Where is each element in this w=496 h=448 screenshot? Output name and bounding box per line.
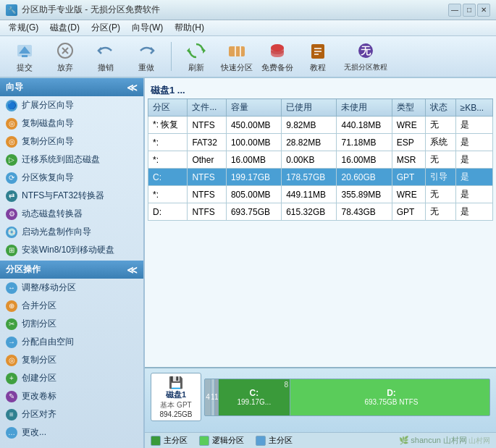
table-cell: 199.17GB xyxy=(226,169,281,186)
close-button[interactable]: ✕ xyxy=(477,4,490,17)
segment-sublabel: 1 xyxy=(215,393,218,401)
redo-button[interactable]: 重做 xyxy=(127,39,165,74)
svg-rect-8 xyxy=(229,46,245,56)
disk-segment[interactable]: 4 xyxy=(205,379,211,415)
lossless-tutorial-button[interactable]: 无 无损分区教程 xyxy=(340,39,392,74)
disk-segment[interactable]: 1 xyxy=(211,379,214,415)
resize-partition-icon: ↔ xyxy=(6,282,17,294)
guide-collapse-btn[interactable]: ≪ xyxy=(127,82,138,93)
boot-disk-label: 启动光盘制作向导 xyxy=(22,226,91,238)
disk-visual-area: 💾 磁盘1 基本 GPT 894.25GB 4118C:199.17G...D:… xyxy=(145,367,496,432)
merge-partition-icon: ⊕ xyxy=(6,300,17,312)
disk-name: 磁盘1 xyxy=(166,389,186,400)
table-cell: 355.89MB xyxy=(337,186,392,203)
sidebar-item-more[interactable]: … 更改... xyxy=(0,423,143,441)
merge-partition-label: 合并分区 xyxy=(22,300,56,312)
table-row[interactable]: C:NTFS199.17GB178.57GB20.60GBGPT引导是 xyxy=(148,169,493,186)
table-row[interactable]: *: 恢复NTFS450.00MB9.82MB440.18MBWRE无是 xyxy=(148,117,493,134)
operations-collapse-btn[interactable]: ≪ xyxy=(127,264,138,276)
sidebar-item-partition-recovery[interactable]: ⟳ 分区恢复向导 xyxy=(0,169,143,187)
sidebar-item-change-label[interactable]: ✎ 更改卷标 xyxy=(0,387,143,405)
table-cell: 20.60GB xyxy=(337,169,392,186)
table-cell: 805.00MB xyxy=(226,186,281,203)
change-label-icon: ✎ xyxy=(6,391,17,402)
sidebar-item-copy-partition-op[interactable]: ◎ 复制分区 xyxy=(0,351,143,369)
disk-type: 基本 GPT xyxy=(160,400,191,410)
sidebar-item-copy-disk[interactable]: ◎ 复制磁盘向导 xyxy=(0,114,143,132)
refresh-button[interactable]: 刷新 xyxy=(177,39,215,74)
table-cell: MSR xyxy=(392,151,425,169)
sidebar-item-partition-align[interactable]: ≡ 分区对齐 xyxy=(0,405,143,423)
table-cell: 16.00MB xyxy=(337,151,392,169)
sidebar-item-allocate-space[interactable]: → 分配自由空间 xyxy=(0,333,143,351)
table-cell: NTFS xyxy=(188,169,226,186)
main-content: 向导 ≪ 🔵 扩展分区向导 ◎ 复制磁盘向导 ◎ 复制分区向导 ▷ 迁移系统到固… xyxy=(0,78,496,448)
change-label-label: 更改卷标 xyxy=(22,390,56,402)
tutorial-button[interactable]: 教程 xyxy=(299,39,337,74)
sidebar-item-migrate-ssd[interactable]: ▷ 迁移系统到固态磁盘 xyxy=(0,151,143,169)
table-row[interactable]: *:Other16.00MB0.00KB16.00MBMSR无是 xyxy=(148,151,493,169)
sidebar-item-create-partition[interactable]: + 创建分区 xyxy=(0,369,143,387)
table-cell: 是 xyxy=(455,134,492,151)
undo-button[interactable]: 撤销 xyxy=(87,39,125,74)
table-cell: *: xyxy=(148,134,188,151)
disk-segment[interactable]: 8C:199.17G... xyxy=(219,379,290,415)
quick-partition-button[interactable]: 快速分区 xyxy=(218,39,256,74)
free-backup-button[interactable]: 免费备份 xyxy=(258,39,296,74)
table-cell: 是 xyxy=(455,117,492,134)
sidebar-item-extend-partition[interactable]: 🔵 扩展分区向导 xyxy=(0,96,143,114)
sidebar-item-split-partition[interactable]: ✂ 切割分区 xyxy=(0,315,143,333)
col-used: 已使用 xyxy=(282,99,337,117)
disk-segment[interactable]: D:693.75GB NTFS xyxy=(290,379,490,415)
sidebar-item-boot-disk[interactable]: 💿 启动光盘制作向导 xyxy=(0,223,143,241)
quick-partition-icon xyxy=(227,41,247,61)
app-title: 分区助手专业版 - 无损分区免费软件 xyxy=(22,4,160,16)
discard-button[interactable]: 放弃 xyxy=(46,39,84,74)
sidebar-item-ntfs-fat32[interactable]: ⇄ NTFS与FAT32转换器 xyxy=(0,187,143,205)
legend-primary2: 主分区 xyxy=(256,435,293,446)
table-cell: WRE xyxy=(392,117,425,134)
menu-partition[interactable]: 分区(P) xyxy=(85,20,126,35)
migrate-ssd-label: 迁移系统到固态磁盘 xyxy=(22,153,100,166)
table-header-row: 分区 文件... 容量 已使用 未使用 类型 状态 ≥KB... xyxy=(148,99,493,117)
table-row[interactable]: *:FAT32100.00MB28.82MB71.18MBESP系统是 xyxy=(148,134,493,151)
watermark-sub: 山村网 xyxy=(468,436,490,446)
disk-segment[interactable]: 1 xyxy=(215,379,218,415)
menu-disk[interactable]: 磁盘(D) xyxy=(44,20,85,35)
copy-partition-label: 复制分区向导 xyxy=(22,135,74,148)
submit-button[interactable]: 提交 xyxy=(6,39,43,74)
menubar: 常规(G) 磁盘(D) 分区(P) 向导(W) 帮助(H) xyxy=(0,20,496,36)
table-cell: *: 恢复 xyxy=(148,117,188,134)
col-filesystem: 文件... xyxy=(188,99,226,117)
more-icon: … xyxy=(6,427,17,439)
guide-header: 向导 ≪ xyxy=(0,78,143,96)
segment-label: D: xyxy=(387,388,396,398)
copy-partition-op-label: 复制分区 xyxy=(22,354,56,366)
sidebar-item-merge-partition[interactable]: ⊕ 合并分区 xyxy=(0,297,143,315)
table-cell: 是 xyxy=(455,186,492,203)
sidebar-item-install-win[interactable]: ⊞ 安装Win8/10到移动硬盘 xyxy=(0,241,143,259)
menu-wizard[interactable]: 向导(W) xyxy=(126,20,169,35)
ntfs-fat32-label: NTFS与FAT32转换器 xyxy=(22,190,104,202)
lossless-tutorial-icon: 无 xyxy=(356,41,376,61)
table-cell: 是 xyxy=(455,169,492,186)
operations-header: 分区操作 ≪ xyxy=(0,261,143,279)
disk-partition-visual: 4118C:199.17G...D:693.75GB NTFS xyxy=(204,379,490,416)
table-cell: NTFS xyxy=(188,203,226,221)
legend-primary: 主分区 xyxy=(151,435,188,446)
table-row[interactable]: D:NTFS693.75GB615.32GB78.43GBGPT无是 xyxy=(148,203,493,221)
quick-partition-label: 快速分区 xyxy=(221,62,253,73)
menu-help[interactable]: 帮助(H) xyxy=(169,20,210,35)
redo-label: 重做 xyxy=(138,62,154,73)
minimize-button[interactable]: — xyxy=(448,4,461,17)
maximize-button[interactable]: □ xyxy=(463,4,476,17)
table-cell: 是 xyxy=(455,151,492,169)
sidebar-item-copy-partition[interactable]: ◎ 复制分区向导 xyxy=(0,132,143,151)
sidebar-item-dynamic-disk[interactable]: ⚙ 动态磁盘转换器 xyxy=(0,205,143,223)
menu-general[interactable]: 常规(G) xyxy=(3,20,44,35)
sidebar-item-resize-partition[interactable]: ↔ 调整/移动分区 xyxy=(0,279,143,297)
submit-icon xyxy=(14,41,35,61)
table-cell: 无 xyxy=(425,186,455,203)
app-icon: 🔧 xyxy=(6,4,17,16)
table-row[interactable]: *:NTFS805.00MB449.11MB355.89MBWRE无是 xyxy=(148,186,493,203)
